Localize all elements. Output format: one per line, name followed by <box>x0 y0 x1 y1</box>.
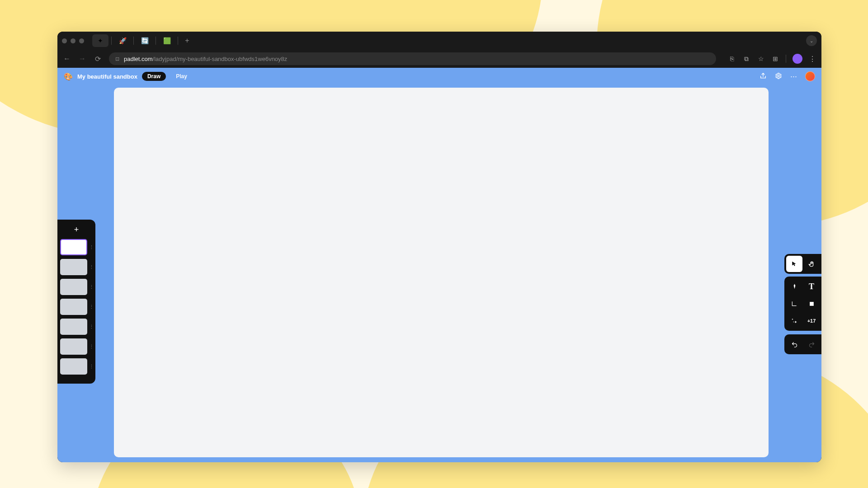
sparkle-icon: ✦ <box>98 37 103 44</box>
separator <box>786 55 786 63</box>
browser-tab[interactable]: ✦ <box>92 34 108 47</box>
redo-button[interactable] <box>803 336 820 352</box>
slide-options-icon[interactable]: ⋮ <box>89 246 93 248</box>
minimize-window[interactable] <box>71 38 75 43</box>
app-viewport: 🎨 My beautiful sandbox Draw Play ⋯ + ⋮ ⋮… <box>57 68 821 462</box>
selection-tools <box>784 254 821 274</box>
slide-options-icon[interactable]: ⋮ <box>89 306 93 308</box>
slide-thumb[interactable] <box>60 319 87 335</box>
close-window[interactable] <box>62 38 67 43</box>
reload-button[interactable]: ⟳ <box>94 55 102 63</box>
svg-point-0 <box>778 75 779 77</box>
user-avatar[interactable] <box>805 71 815 81</box>
slide-options-icon[interactable]: ⋮ <box>89 346 93 347</box>
mode-play-button[interactable]: Play <box>170 72 193 81</box>
slide-options-icon[interactable]: ⋮ <box>89 286 93 288</box>
browser-window: ✦ 🚀 🔄 🟩 + ⌄ ← → ⟳ ⊡ padlet.com/ladyjpad/… <box>57 32 821 462</box>
browser-tab[interactable]: 🟩 <box>159 34 175 47</box>
browser-tab[interactable]: 🚀 <box>114 34 131 47</box>
app-logo-icon: 🎨 <box>64 72 73 81</box>
slide-thumb[interactable] <box>60 299 87 315</box>
new-tab-button[interactable]: + <box>181 37 193 45</box>
rectangle-tool[interactable] <box>803 296 820 312</box>
url-text: padlet.com/ladyjpad/my-beautiful-sandbox… <box>124 56 287 62</box>
slide-thumb[interactable] <box>60 338 87 355</box>
browser-menu-icon[interactable]: ⋮ <box>809 55 816 63</box>
address-bar: ← → ⟳ ⊡ padlet.com/ladyjpad/my-beautiful… <box>57 50 821 68</box>
app-icon: 🟩 <box>163 37 171 44</box>
slide-thumb[interactable] <box>60 279 87 295</box>
slide-options-icon[interactable]: ⋮ <box>89 326 93 328</box>
open-new-icon[interactable]: ⧉ <box>742 55 750 63</box>
slide-thumb[interactable] <box>60 358 87 375</box>
tabs: ✦ 🚀 🔄 🟩 + <box>92 34 193 47</box>
rocket-icon: 🚀 <box>119 37 127 44</box>
more-tools-button[interactable]: +17 <box>803 313 820 329</box>
slide-options-icon[interactable]: ⋮ <box>89 266 93 268</box>
slide-thumb[interactable] <box>60 259 87 275</box>
app-top-bar: 🎨 My beautiful sandbox Draw Play ⋯ <box>57 68 821 85</box>
tab-separator <box>178 37 178 45</box>
sync-icon: 🔄 <box>141 37 149 44</box>
back-button[interactable]: ← <box>63 55 71 63</box>
maximize-window[interactable] <box>79 38 84 43</box>
tabs-dropdown[interactable]: ⌄ <box>806 35 817 46</box>
svg-rect-1 <box>810 302 814 306</box>
settings-icon[interactable] <box>775 72 782 81</box>
profile-avatar[interactable] <box>793 54 802 64</box>
add-slide-button[interactable]: + <box>60 225 93 235</box>
slides-panel: + ⋮ ⋮ ⋮ ⋮ ⋮ ⋮ ⋮ <box>57 220 95 384</box>
draw-tools: T +17 <box>784 277 821 331</box>
history-tools <box>784 334 821 354</box>
select-tool[interactable] <box>786 256 802 272</box>
tab-separator <box>111 37 112 45</box>
slide-thumb[interactable] <box>60 239 87 255</box>
browser-tab[interactable]: 🔄 <box>137 34 153 47</box>
forward-button[interactable]: → <box>78 55 86 63</box>
share-icon[interactable] <box>760 72 767 81</box>
tab-separator <box>133 37 134 45</box>
text-tool[interactable]: T <box>803 278 820 295</box>
addr-actions: ⎘ ⧉ ☆ ⊞ ⋮ <box>728 54 816 64</box>
drawing-canvas[interactable] <box>114 88 769 457</box>
shape-tool[interactable] <box>786 296 802 312</box>
slide-options-icon[interactable]: ⋮ <box>89 366 93 367</box>
hand-tool[interactable] <box>803 256 820 272</box>
site-info-icon[interactable]: ⊡ <box>115 56 119 62</box>
mode-draw-button[interactable]: Draw <box>142 72 166 81</box>
window-controls <box>62 38 84 43</box>
board-title[interactable]: My beautiful sandbox <box>77 73 137 80</box>
effects-tool[interactable] <box>786 313 802 329</box>
bookmark-icon[interactable]: ☆ <box>757 55 765 62</box>
install-app-icon[interactable]: ⎘ <box>728 55 736 62</box>
more-icon[interactable]: ⋯ <box>790 72 797 80</box>
undo-button[interactable] <box>786 336 802 352</box>
browser-tab-bar: ✦ 🚀 🔄 🟩 + ⌄ <box>57 32 821 50</box>
url-input[interactable]: ⊡ padlet.com/ladyjpad/my-beautiful-sandb… <box>109 52 716 65</box>
tab-separator <box>156 37 156 45</box>
pen-tool[interactable] <box>786 278 802 295</box>
extensions-icon[interactable]: ⊞ <box>771 55 779 62</box>
